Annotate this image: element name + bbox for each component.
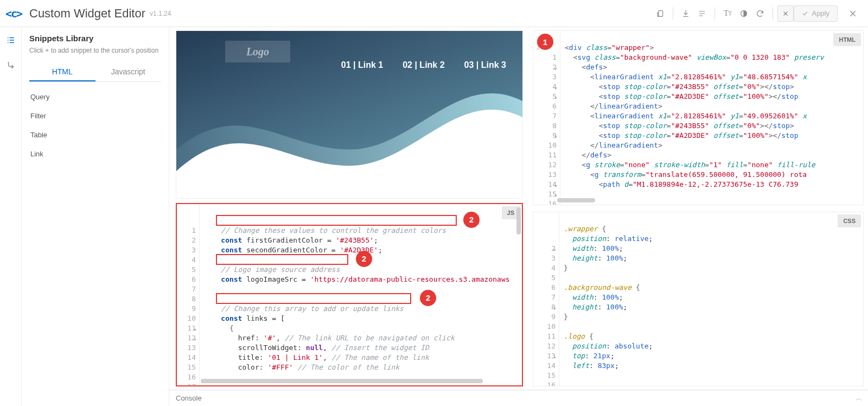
text-size-icon[interactable]: TT xyxy=(719,5,736,22)
page-title: Custom Widget Editor xyxy=(29,7,145,21)
logo-icon: <c> xyxy=(5,7,22,20)
preview-link-3[interactable]: 03 | Link 3 xyxy=(464,60,506,70)
apply-button[interactable]: Apply xyxy=(794,5,838,22)
css-editor-label: CSS xyxy=(838,214,861,227)
js-editor[interactable]: 1234567891011▾12▾1314151617 // Change th… xyxy=(176,203,523,386)
close-dialog-button[interactable] xyxy=(845,6,860,21)
left-rail xyxy=(0,27,22,406)
callout-badge-2b: 2 xyxy=(356,251,372,267)
css-code[interactable]: .wrapper { position: relative; width: 10… xyxy=(559,212,863,386)
tab-html[interactable]: HTML xyxy=(29,63,95,81)
version-label: v1.1.24 xyxy=(150,10,171,17)
preview-links: 01 | Link 1 02 | Link 2 03 | Link 3 xyxy=(341,60,506,70)
scrollbar-vertical[interactable] xyxy=(516,207,521,234)
scrollbar-horizontal[interactable] xyxy=(201,379,519,384)
preview-link-2[interactable]: 02 | Link 2 xyxy=(403,60,444,70)
sidebar-item-query[interactable]: Query xyxy=(29,87,161,106)
apply-label: Apply xyxy=(812,9,829,17)
contrast-icon[interactable] xyxy=(736,5,752,22)
tab-javascript[interactable]: Javascript xyxy=(95,63,162,81)
callout-badge-2c: 2 xyxy=(420,290,436,306)
clipboard-icon[interactable] xyxy=(652,5,668,22)
download-icon[interactable] xyxy=(678,5,694,22)
sidebar-item-link[interactable]: Link xyxy=(29,144,161,163)
chevron-up-icon[interactable]: ︿ xyxy=(856,394,863,403)
console-label: Console xyxy=(176,394,202,402)
sidebar: Snippets Library Click + to add snippet … xyxy=(22,27,169,406)
sidebar-title: Snippets Library xyxy=(29,34,161,43)
refresh-icon[interactable] xyxy=(752,5,768,22)
sidebar-tabs: HTML Javascript xyxy=(29,63,161,82)
list-icon[interactable] xyxy=(694,5,710,22)
redo-arrow-icon[interactable] xyxy=(4,59,17,72)
sidebar-item-filter[interactable]: Filter xyxy=(29,106,161,125)
callout-badge-1: 1 xyxy=(537,34,553,50)
snippets-icon[interactable] xyxy=(4,34,17,47)
scrollbar-horizontal[interactable] xyxy=(557,198,860,204)
sidebar-item-table[interactable]: Table xyxy=(29,125,161,144)
html-editor-label: HTML xyxy=(833,33,861,46)
sidebar-desc: Click + to add snippet to the cursor's p… xyxy=(29,46,161,55)
css-editor[interactable]: 2▾345678▾910111213▾141516 .wrapper { pos… xyxy=(533,212,864,386)
topbar: <c> Custom Widget Editor v1.1.24 TT Appl… xyxy=(0,0,868,27)
preview-logo: Logo xyxy=(225,41,290,62)
js-code[interactable]: // Change these values to control the gr… xyxy=(200,204,522,385)
widget-preview: Logo 01 | Link 1 02 | Link 2 03 | Link 3 xyxy=(176,30,523,199)
preview-link-1[interactable]: 01 | Link 1 xyxy=(341,60,383,70)
html-editor[interactable]: i 12▾34▾5▾6789▾1011121314▾15▾1617 <div c… xyxy=(533,30,864,205)
callout-badge-2a: 2 xyxy=(463,212,480,228)
console-bar[interactable]: Console ︿ xyxy=(169,390,868,406)
svg-rect-0 xyxy=(659,10,663,16)
cancel-button[interactable] xyxy=(777,5,794,22)
html-code[interactable]: <div class="wrapper"> <svg class="backgr… xyxy=(560,31,863,205)
